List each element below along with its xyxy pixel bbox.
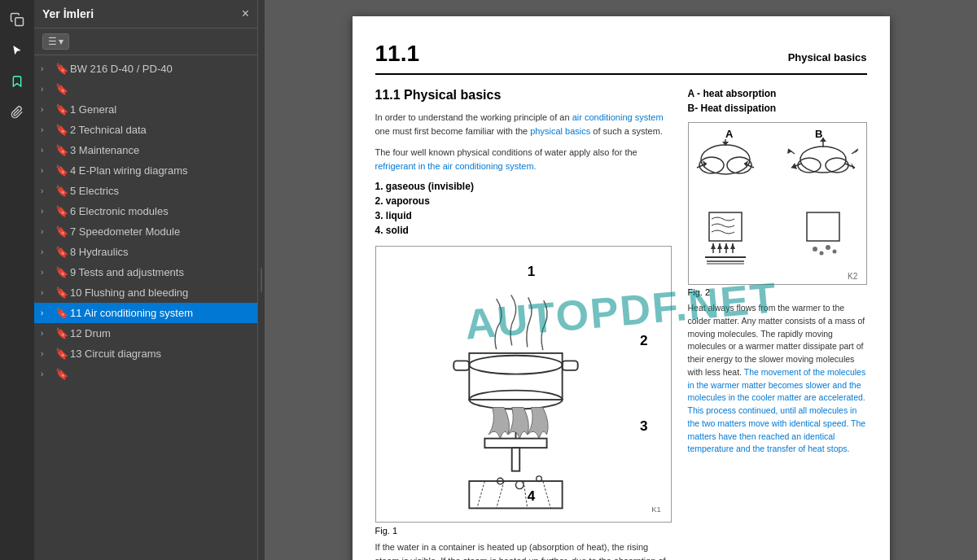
bookmark-icon: 🔖 (55, 266, 67, 278)
tree-expand-arrow: › (41, 105, 52, 114)
intro-highlight2: physical basics (530, 126, 590, 136)
intro-paragraph-2: The four well known physical conditions … (375, 146, 672, 173)
bookmark-icon: 🔖 (55, 164, 67, 177)
state-1: 1. gaseous (invisible) (375, 181, 672, 192)
sidebar-close-button[interactable]: × (242, 7, 249, 21)
svg-marker-39 (724, 243, 729, 249)
svg-point-13 (515, 481, 524, 489)
tree-expand-arrow: › (41, 227, 52, 236)
state-3: 3. liquid (375, 210, 672, 221)
bookmark-icon: 🔖 (55, 225, 67, 238)
sidebar-item-label: 5 Electrics (70, 185, 251, 197)
bookmark-icon: 🔖 (55, 63, 67, 75)
document-page: AUTOPDF.NET 11.1 Physical basics 11.1 Ph… (353, 16, 890, 560)
sidebar-title: Yer İmleri (42, 7, 94, 20)
figure-2-box: A B (688, 122, 867, 285)
svg-line-20 (542, 481, 550, 508)
heat-dissipation-label: B- Heat dissipation (688, 103, 867, 114)
svg-marker-41 (730, 243, 735, 249)
sidebar-item-label: 8 Hydraulics (70, 246, 251, 258)
svg-rect-9 (562, 361, 577, 370)
bookmark-icon: 🔖 (55, 307, 67, 319)
sidebar-menu-button[interactable]: ☰ ▾ (42, 33, 69, 50)
bookmark-icon: 🔖 (55, 185, 67, 197)
sidebar-item-electrics[interactable]: › 🔖 5 Electrics (34, 181, 257, 201)
resize-handle[interactable] (258, 0, 265, 560)
svg-text:A: A (725, 128, 734, 140)
figure-1-box: 1 2 3 4 (375, 246, 672, 523)
intro-highlight: air conditioning system (572, 112, 664, 122)
svg-rect-58 (807, 212, 839, 241)
sidebar-item-general[interactable]: › 🔖 1 General (34, 99, 257, 120)
menu-icon: ☰ (48, 36, 57, 47)
fig1-label: Fig. 1 (375, 526, 672, 536)
bookmark-nav-icon[interactable] (4, 68, 30, 94)
fig2-text: Heat always flows from the warmer to the… (688, 302, 867, 456)
svg-rect-8 (453, 361, 469, 370)
fig2-text-normal: Heat always flows from the warmer to the… (688, 303, 865, 377)
sidebar-item-maintenance[interactable]: › 🔖 3 Maintenance (34, 140, 257, 160)
sidebar-item-hydraulics[interactable]: › 🔖 8 Hydraulics (34, 242, 257, 262)
svg-text:1: 1 (527, 263, 535, 279)
sidebar-item-electronic[interactable]: › 🔖 6 Electronic modules (34, 201, 257, 221)
svg-rect-10 (484, 439, 546, 448)
svg-line-17 (476, 481, 484, 508)
sidebar-item-label: 2 Technical data (70, 124, 251, 136)
svg-line-18 (496, 481, 504, 508)
cursor-icon[interactable] (4, 37, 30, 63)
sidebar-item-label: 4 E-Plan wiring diagrams (70, 164, 251, 177)
sidebar-item-bw216[interactable]: › 🔖 BW 216 D-40 / PD-40 (34, 59, 257, 79)
tree-expand-arrow: › (41, 329, 52, 338)
state-4: 4. solid (375, 225, 672, 236)
right-column: A - heat absorption B- Heat dissipation … (688, 88, 867, 560)
tree-expand-arrow: › (41, 85, 52, 94)
intro-text-normal2: one must first become familiar with the (375, 126, 531, 136)
sidebar-list: › 🔖 BW 216 D-40 / PD-40 › 🔖 › 🔖 1 Genera… (34, 55, 257, 560)
svg-point-24 (701, 145, 750, 174)
svg-text:2: 2 (639, 332, 647, 348)
page-title: Physical basics (788, 51, 867, 63)
sidebar-item-eplan[interactable]: › 🔖 4 E-Plan wiring diagrams (34, 160, 257, 181)
tree-expand-arrow: › (41, 64, 52, 73)
sidebar-item-speedometer[interactable]: › 🔖 7 Speedometer Module (34, 221, 257, 242)
bookmark-icon: 🔖 (55, 327, 67, 339)
sidebar-item-label: 12 Drum (70, 327, 251, 339)
content-columns: 11.1 Physical basics In order to underst… (375, 88, 867, 560)
sidebar-item-tests[interactable]: › 🔖 9 Tests and adjustments (34, 262, 257, 282)
tree-expand-arrow: › (41, 186, 52, 195)
sidebar-item-flushing[interactable]: › 🔖 10 Flushing and bleeding (34, 282, 257, 303)
svg-text:B: B (815, 128, 822, 140)
bookmark-icon: 🔖 (55, 144, 67, 156)
paperclip-icon[interactable] (4, 99, 30, 125)
sidebar-item-grafik2[interactable]: › 🔖 (34, 364, 257, 384)
sidebar-item-grafik1[interactable]: › 🔖 (34, 79, 257, 99)
tree-expand-arrow: › (41, 370, 52, 378)
sidebar-item-label: BW 216 D-40 / PD-40 (70, 63, 251, 75)
svg-text:K1: K1 (651, 505, 661, 514)
left-column: 11.1 Physical basics In order to underst… (375, 88, 672, 560)
bookmark-icon: 🔖 (55, 205, 67, 217)
sidebar-item-circuit[interactable]: › 🔖 13 Circuit diagrams (34, 343, 257, 364)
section-title: 11.1 Physical basics (375, 88, 672, 103)
sidebar-header: Yer İmleri × (34, 0, 257, 28)
copy-icon[interactable] (4, 7, 30, 33)
bookmark-icon: 🔖 (55, 246, 67, 258)
svg-text:4: 4 (527, 488, 535, 504)
svg-point-45 (800, 147, 846, 173)
sidebar-item-aircon[interactable]: › 🔖 11 Air conditioning system (34, 303, 257, 323)
svg-point-61 (826, 245, 830, 250)
sidebar-item-technical[interactable]: › 🔖 2 Technical data (34, 120, 257, 140)
svg-point-62 (832, 250, 836, 254)
sidebar-item-label: 3 Maintenance (70, 144, 251, 156)
fig1-caption: If the water in a container is heated up… (375, 540, 672, 560)
sidebar-item-drum[interactable]: › 🔖 12 Drum (34, 323, 257, 343)
sidebar-item-label: 7 Speedometer Module (70, 225, 251, 238)
heat-absorption-label: A - heat absorption (688, 88, 867, 99)
tree-expand-arrow: › (41, 349, 52, 358)
intro-paragraph-1: In order to understand the working princ… (375, 111, 672, 138)
svg-text:K2: K2 (848, 272, 858, 281)
tree-expand-arrow: › (41, 247, 52, 256)
tree-expand-arrow: › (41, 166, 52, 175)
svg-marker-35 (711, 243, 716, 249)
bookmark-icon: 🔖 (55, 124, 67, 136)
